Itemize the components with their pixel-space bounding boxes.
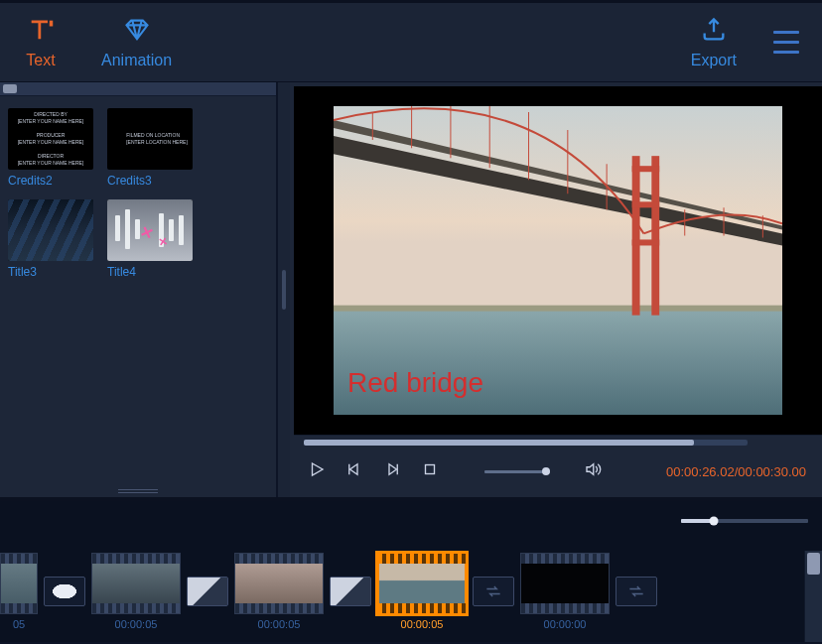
template-thumb	[8, 199, 93, 261]
preview-viewport[interactable]: Red bridge	[294, 86, 822, 436]
timeline-clip[interactable]: 00:00:00	[520, 553, 610, 630]
preview-frame: Red bridge	[334, 106, 782, 415]
transition-slot[interactable]	[610, 553, 663, 630]
main-toolbar: Text Animation Export	[0, 3, 822, 82]
svg-rect-17	[632, 166, 660, 172]
timeline-clip[interactable]: 05	[0, 553, 38, 630]
transition-diag-icon	[330, 577, 371, 606]
vertical-splitter[interactable]	[278, 82, 290, 497]
clip-duration: 05	[13, 618, 25, 630]
animation-tool-button[interactable]: Animation	[89, 10, 184, 75]
middle-area: DIRECTED BY[ENTER YOUR NAME HERE]PRODUCE…	[0, 82, 822, 497]
progress-bar-wrap	[290, 436, 822, 446]
panel-header-strip	[0, 82, 276, 96]
template-thumb: FILMED ON LOCATION[ENTER LOCATION HERE]	[107, 108, 193, 170]
template-title4[interactable]: × × Title4	[107, 199, 193, 279]
panel-resize-handle[interactable]	[118, 489, 158, 493]
svg-marker-20	[313, 463, 324, 475]
timeline-clip-selected[interactable]: 00:00:05	[377, 553, 467, 630]
template-credits2[interactable]: DIRECTED BY[ENTER YOUR NAME HERE]PRODUCE…	[8, 108, 93, 188]
credits-thumb-text: DIRECTED BY[ENTER YOUR NAME HERE]PRODUCE…	[18, 111, 84, 167]
transition-swap-icon	[616, 577, 657, 606]
transition-slot[interactable]	[467, 553, 520, 630]
template-credits3[interactable]: FILMED ON LOCATION[ENTER LOCATION HERE] …	[107, 108, 193, 188]
timecode-current: 00:00:26.02	[666, 464, 735, 479]
export-label: Export	[691, 52, 737, 69]
transition-oval-icon	[44, 577, 85, 606]
menu-button[interactable]	[762, 19, 810, 66]
diamond-icon	[123, 16, 151, 48]
progress-bar[interactable]	[304, 440, 748, 446]
svg-marker-23	[389, 464, 397, 475]
svg-rect-2	[334, 312, 782, 415]
timecode-total: 00:00:30.00	[738, 464, 806, 479]
template-label: Title4	[107, 265, 193, 279]
clip-strip[interactable]: 05 00:00:05 00:00:05 00:00:05	[0, 553, 804, 642]
playback-controls: 00:00:26.02/00:00:30.00	[290, 446, 822, 497]
volume-icon[interactable]	[584, 460, 602, 482]
clip-duration: 00:00:05	[115, 618, 158, 630]
clip-duration: 00:00:00	[544, 618, 587, 630]
templates-panel: DIRECTED BY[ENTER YOUR NAME HERE]PRODUCE…	[0, 82, 278, 497]
template-title3[interactable]: Title3	[8, 199, 93, 279]
template-thumb: DIRECTED BY[ENTER YOUR NAME HERE]PRODUCE…	[8, 108, 93, 170]
timeline-clip[interactable]: 00:00:05	[91, 553, 181, 630]
prev-frame-button[interactable]	[345, 460, 363, 482]
timeline-zoom-slider[interactable]	[681, 519, 808, 523]
next-frame-button[interactable]	[383, 460, 401, 482]
stop-button[interactable]	[421, 460, 439, 482]
preview-panel: Red bridge	[290, 82, 822, 497]
export-icon	[700, 16, 728, 48]
transition-slot[interactable]	[324, 553, 377, 630]
clip-duration: 00:00:05	[401, 618, 444, 630]
panel-handle-icon[interactable]	[3, 84, 17, 93]
timeline-clip[interactable]: 00:00:05	[234, 553, 324, 630]
template-thumb: × ×	[107, 199, 193, 261]
credits-thumb-text: FILMED ON LOCATION[ENTER LOCATION HERE]	[112, 132, 188, 146]
template-grid: DIRECTED BY[ENTER YOUR NAME HERE]PRODUCE…	[0, 96, 276, 291]
timeline: 05 00:00:05 00:00:05 00:00:05	[0, 501, 822, 642]
transition-slot[interactable]	[181, 553, 234, 630]
volume-slider[interactable]	[484, 470, 550, 473]
timecode-display: 00:00:26.02/00:00:30.00	[666, 464, 806, 479]
transition-diag-icon	[187, 577, 228, 606]
clip-duration: 00:00:05	[258, 618, 301, 630]
svg-rect-15	[632, 156, 640, 316]
svg-rect-25	[426, 465, 435, 474]
text-tool-button[interactable]: Text	[6, 10, 75, 75]
template-label: Credits3	[107, 174, 193, 188]
svg-marker-26	[587, 464, 594, 475]
play-button[interactable]	[308, 460, 326, 482]
timeline-scrollbar[interactable]	[804, 551, 822, 642]
template-label: Title3	[8, 265, 93, 279]
svg-marker-21	[350, 464, 358, 475]
preview-text-overlay: Red bridge	[347, 367, 483, 399]
template-label: Credits2	[8, 174, 93, 188]
svg-rect-19	[632, 239, 660, 245]
svg-rect-16	[651, 156, 659, 316]
transition-swap-icon	[473, 577, 514, 606]
export-button[interactable]: Export	[679, 10, 749, 75]
svg-rect-18	[632, 201, 660, 207]
text-icon	[27, 16, 55, 48]
text-tool-label: Text	[26, 52, 55, 69]
animation-tool-label: Animation	[101, 52, 172, 69]
transition-slot[interactable]	[38, 553, 91, 630]
